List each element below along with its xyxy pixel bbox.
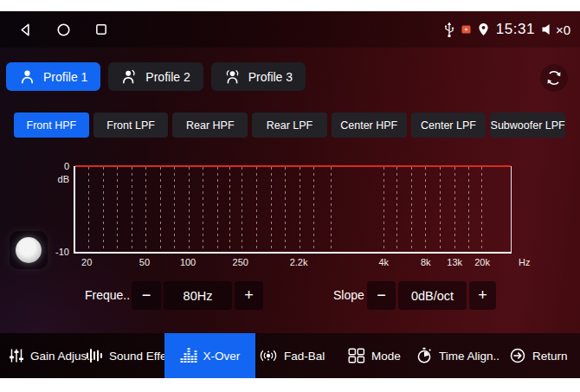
fad-bal-icon (259, 348, 278, 363)
bottom-nav-bar: Gain Adjus.. Sound Effe.. (0, 333, 580, 378)
profile-tab-label: Profile 1 (43, 70, 87, 84)
frequency-minus-button[interactable]: − (132, 281, 161, 310)
gain-adjust-icon (9, 348, 24, 363)
person-icon (19, 68, 35, 85)
nav-mode[interactable]: Mode (348, 333, 401, 378)
gridline (331, 167, 332, 252)
filter-tab-label: Center HPF (340, 119, 397, 132)
response-curve (75, 165, 511, 167)
gridline (242, 167, 242, 252)
profile-tab-label: Profile 3 (248, 70, 293, 84)
knob-icon (16, 237, 42, 263)
gridline (481, 167, 482, 252)
nav-label: Gain Adjus.. (30, 350, 93, 363)
x-axis-tick-label: 20k (474, 257, 490, 267)
floating-assist-button[interactable] (10, 231, 48, 269)
gridline (411, 167, 412, 252)
gridline (145, 167, 146, 252)
tab-subwoofer-lpf[interactable]: Subwoofer LPF (490, 112, 565, 138)
nav-sound-effects[interactable]: Sound Effe.. (86, 333, 173, 378)
gridline (229, 167, 230, 252)
x-axis-tick-label: 50 (139, 257, 150, 267)
back-icon[interactable] (18, 22, 33, 37)
nav-gain-adjust[interactable]: Gain Adjus.. (9, 333, 93, 378)
slope-label: Slope (333, 281, 364, 310)
filter-tab-label: Front LPF (106, 119, 155, 132)
profile-tab-label: Profile 2 (145, 70, 190, 84)
nav-label: Return (532, 350, 568, 363)
gridline (160, 167, 161, 252)
nav-return[interactable]: Return (509, 333, 568, 378)
profile-1-tab[interactable]: Profile 1 (6, 62, 100, 91)
nav-label: Time Align.. (439, 350, 499, 363)
recents-icon[interactable] (94, 22, 108, 36)
tab-center-lpf[interactable]: Center LPF (411, 112, 487, 138)
y-axis-unit-label: dB (50, 174, 69, 184)
frequency-plus-button[interactable]: + (235, 281, 263, 310)
gridline (383, 167, 384, 252)
gridline (300, 167, 300, 252)
tab-front-hpf[interactable]: Front HPF (14, 112, 89, 138)
android-nav-buttons (18, 11, 108, 48)
x-over-icon (180, 348, 197, 363)
person-2-icon (121, 68, 138, 85)
y-axis-top-label: 0 (50, 161, 69, 171)
profile-2-tab[interactable]: Profile 2 (108, 62, 203, 91)
nav-label: Sound Effe.. (109, 350, 173, 363)
volume-level: ×0 (556, 22, 570, 37)
tab-front-lpf[interactable]: Front LPF (93, 112, 169, 138)
status-bar: 15:31 ×0 (0, 11, 580, 48)
usb-icon (443, 22, 455, 38)
gridline (203, 167, 203, 252)
filter-tab-label: Rear HPF (186, 119, 235, 132)
nav-label: Mode (371, 350, 401, 363)
gridline (256, 167, 257, 252)
slope-minus-button[interactable]: − (367, 281, 396, 310)
gridline (313, 167, 314, 252)
tab-center-hpf[interactable]: Center HPF (332, 112, 407, 138)
status-icons: 15:31 ×0 (443, 11, 570, 48)
nav-fad-bal[interactable]: Fad-Bal (259, 333, 325, 378)
crossover-filter-tabs: Front HPF Front LPF Rear HPF Rear LPF Ce… (14, 112, 565, 138)
gridline (217, 167, 218, 252)
gridline (88, 167, 89, 252)
tab-rear-hpf[interactable]: Rear HPF (172, 112, 248, 138)
nav-time-align[interactable]: Time Align.. (416, 333, 499, 378)
slope-value: 0dB/oct (398, 281, 467, 310)
home-icon[interactable] (56, 22, 71, 37)
gridline (174, 167, 175, 252)
frequency-response-plot (74, 166, 512, 254)
x-axis-tick-label: 4k (378, 257, 389, 267)
gridline (454, 167, 455, 252)
reset-button[interactable] (540, 64, 568, 92)
person-3-icon (224, 68, 241, 85)
volume-muted-indicator: ×0 (541, 22, 570, 37)
x-axis-tick-label: 13k (447, 257, 462, 267)
time-align-icon (416, 347, 433, 364)
slope-plus-button[interactable]: + (469, 281, 496, 310)
nav-x-over[interactable]: X-Over (164, 333, 255, 378)
gridline (271, 167, 272, 252)
frequency-label: Freque.. (85, 281, 130, 310)
nav-label: X-Over (203, 350, 241, 363)
gridline (396, 167, 397, 252)
gridline (103, 167, 104, 252)
gridline (189, 167, 190, 252)
mode-icon (348, 348, 365, 363)
x-axis-tick-label: 250 (233, 257, 248, 267)
profile-3-tab[interactable]: Profile 3 (211, 62, 306, 91)
tab-rear-lpf[interactable]: Rear LPF (252, 112, 327, 138)
return-icon (509, 347, 526, 364)
graph-x-labels: 20501002502.2k4k8k13k20k (74, 257, 512, 268)
x-axis-tick-label: 100 (180, 257, 196, 267)
head-unit-screen: 15:31 ×0 Profile 1 Profile 2 Profile 3 (0, 11, 580, 378)
gridline (132, 167, 132, 252)
x-axis-tick-label: 2.2k (290, 257, 308, 267)
sim-card-icon (461, 25, 471, 34)
gridline (117, 167, 118, 252)
x-axis-tick-label: 8k (421, 257, 431, 267)
gridline (425, 167, 426, 252)
y-axis-bottom-label: -10 (50, 247, 69, 257)
sound-effects-icon (86, 348, 103, 363)
profile-tabs: Profile 1 Profile 2 Profile 3 (6, 62, 306, 91)
